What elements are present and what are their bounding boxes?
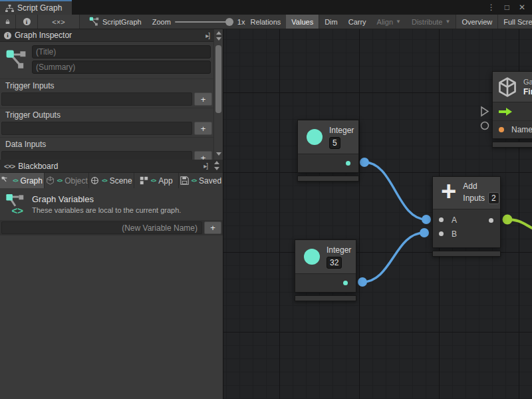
blackboard-title: Blackboard [18, 162, 58, 171]
blackboard-header: <×> Blackboard ▸] [0, 160, 223, 173]
port-b-label: B [452, 229, 457, 239]
tab-app[interactable]: <> App [134, 173, 179, 188]
graph-breadcrumb[interactable]: ScriptGraph [89, 15, 142, 29]
node-integer-5[interactable]: Integer 5 [297, 120, 359, 182]
add-trigger-output-button[interactable]: + [194, 122, 212, 135]
input-port-a[interactable] [439, 217, 444, 222]
distribute-dropdown[interactable]: Distribute ▼ [406, 15, 456, 29]
zoom-slider-handle[interactable] [225, 18, 233, 26]
output-port[interactable] [343, 281, 348, 285]
window-close-icon[interactable]: ✕ [519, 3, 525, 12]
inputs-label: Inputs [463, 194, 485, 203]
node-title: Integer [329, 126, 354, 135]
saved-tab-icon [180, 176, 189, 185]
blackboard-scroll-arrows[interactable] [212, 161, 220, 172]
carry-button[interactable]: Carry [343, 15, 372, 29]
add-trigger-input-button[interactable]: + [194, 92, 212, 106]
tab-graph[interactable]: <> Graph [0, 173, 45, 188]
graph-summary-input[interactable] [32, 61, 211, 74]
output-port[interactable] [489, 218, 493, 223]
align-label: Align [377, 18, 393, 26]
tab-saved[interactable]: <> Saved [179, 173, 223, 188]
edge-integer5-to-add-a[interactable] [364, 162, 426, 219]
add-variable-button[interactable]: + [204, 221, 221, 234]
info-button[interactable]: i [16, 15, 38, 29]
dock-icon[interactable]: ▸] [203, 162, 209, 170]
add-data-input-button[interactable]: + [194, 151, 212, 160]
window-menu-icon[interactable]: ⋮ [487, 3, 495, 12]
node-gameobject-find[interactable]: Game Find Name [492, 71, 532, 148]
graph-inspector-title: Graph Inspector [15, 31, 72, 40]
integer-type-icon [307, 129, 323, 145]
sidebar: i Graph Inspector ▸] [0, 29, 223, 399]
dock-icon[interactable]: ▸] [205, 32, 211, 39]
tab-script-graph[interactable]: Script Graph [0, 0, 72, 15]
name-input-port[interactable] [499, 127, 504, 132]
trigger-inputs-label: Trigger Inputs [0, 78, 213, 92]
hierarchy-icon [5, 5, 14, 12]
edge-integer32-to-add-b[interactable] [362, 233, 424, 282]
code-chip: <> [102, 178, 106, 184]
fullscreen-button[interactable]: Full Screen [498, 15, 532, 29]
value-marker-icon[interactable] [481, 122, 489, 130]
edge-endpoint[interactable] [503, 215, 513, 225]
code-chip: <> [151, 178, 156, 184]
graph-variables-title: Graph Variables [32, 194, 181, 204]
inspector-scrollbar[interactable] [213, 29, 223, 160]
zoom-value: 1x [237, 18, 245, 26]
align-dropdown[interactable]: Align ▼ [372, 15, 406, 29]
values-button[interactable]: Values [286, 15, 319, 29]
edge-endpoint[interactable] [360, 158, 369, 167]
edge-endpoint[interactable] [358, 277, 367, 287]
port-name-label: Name [511, 125, 532, 134]
scroll-down-icon[interactable] [214, 167, 219, 170]
tab-scene-label: Scene [110, 176, 132, 186]
scroll-up-icon[interactable] [216, 31, 221, 35]
zoom-label: Zoom [152, 18, 171, 26]
node-subtitle: Game [523, 78, 532, 86]
graph-variables-desc: These variables are local to the current… [32, 206, 181, 214]
new-variable-input[interactable] [1, 221, 202, 234]
node-footer [432, 251, 501, 257]
integer-value-input[interactable]: 32 [327, 257, 342, 269]
input-port-b[interactable] [439, 231, 444, 236]
graph-name-label: ScriptGraph [102, 18, 142, 26]
scene-tab-icon [90, 176, 99, 185]
graph-tab-icon [1, 176, 10, 185]
trigger-marker-icon[interactable] [481, 107, 488, 116]
scroll-up-icon[interactable] [214, 161, 219, 164]
trigger-outputs-empty [1, 122, 192, 135]
tab-saved-label: Saved [199, 176, 221, 186]
tab-label: Script Graph [17, 3, 62, 13]
node-integer-32[interactable]: Integer 32 [295, 239, 356, 301]
zoom-slider[interactable] [175, 21, 233, 23]
tab-object[interactable]: <> Object [45, 173, 89, 188]
integer-value-input[interactable]: 5 [329, 137, 340, 149]
dim-button[interactable]: Dim [319, 15, 343, 29]
trigger-input-port[interactable] [499, 108, 512, 116]
graph-title-input[interactable] [32, 45, 211, 59]
edge-endpoint[interactable] [422, 215, 431, 224]
scrollbar-thumb[interactable] [215, 45, 221, 113]
inputs-count-input[interactable]: 2 [488, 192, 499, 204]
panel-empty-area [0, 235, 223, 399]
node-footer [295, 295, 356, 301]
window-maximize-icon[interactable]: □ [505, 3, 509, 12]
svg-text:<>: <> [12, 205, 24, 215]
scroll-down-icon[interactable] [216, 152, 221, 156]
overview-button[interactable]: Overview [456, 15, 498, 29]
node-add[interactable]: + Add Inputs 2 A [432, 176, 501, 257]
output-port[interactable] [346, 161, 350, 166]
graph-canvas[interactable]: Integer 5 Integer 32 [223, 29, 532, 399]
tab-object-label: Object [65, 176, 88, 186]
relations-button[interactable]: Relations [245, 15, 286, 29]
trigger-outputs-label: Trigger Outputs [0, 108, 213, 121]
code-preview-button[interactable]: <×> [38, 15, 80, 29]
tab-scene[interactable]: <> Scene [89, 173, 134, 188]
edge-endpoint[interactable] [420, 228, 429, 237]
chevron-down-icon: ▼ [396, 19, 401, 25]
info-icon: i [23, 18, 31, 25]
unity-visual-scripting-window: Script Graph ⋮ □ ✕ i <×> [0, 0, 532, 399]
scroll-down-icon[interactable] [216, 37, 221, 41]
lock-button[interactable] [0, 15, 16, 29]
